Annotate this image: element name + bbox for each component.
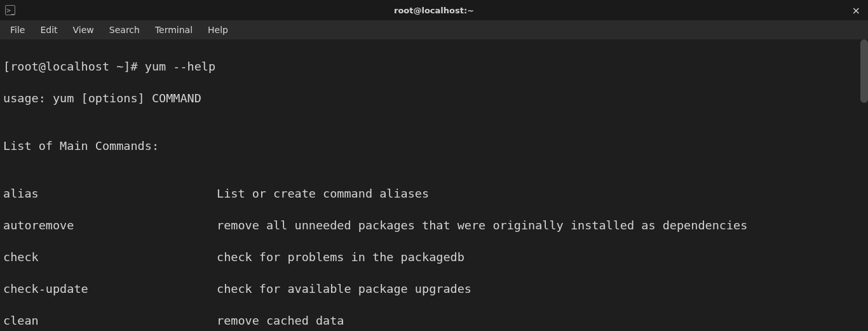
- command-name: check: [3, 249, 217, 265]
- command-row: check-updatecheck for available package …: [3, 281, 865, 297]
- command-name: autoremove: [3, 217, 217, 233]
- command-name: check-update: [3, 281, 217, 297]
- command-desc: remove all unneeded packages that were o…: [217, 217, 747, 233]
- command-desc: List or create command aliases: [217, 186, 429, 201]
- command-row: cleanremove cached data: [3, 313, 865, 328]
- shell-prompt: [root@localhost ~]#: [3, 58, 145, 74]
- command-desc: check for available package upgrades: [217, 281, 471, 297]
- command-desc: remove cached data: [217, 313, 344, 328]
- menu-bar: File Edit View Search Terminal Help: [0, 20, 868, 39]
- menu-help[interactable]: Help: [200, 22, 236, 37]
- terminal-icon: >_: [5, 5, 15, 15]
- shell-command: yum --help: [145, 58, 215, 74]
- command-row: checkcheck for problems in the packagedb: [3, 249, 865, 265]
- close-button[interactable]: ×: [850, 4, 863, 17]
- window-titlebar: >_ root@localhost:~ ×: [0, 0, 868, 20]
- command-row: autoremoveremove all unneeded packages t…: [3, 217, 865, 233]
- menu-view[interactable]: View: [65, 22, 102, 37]
- usage-line: usage: yum [options] COMMAND: [3, 90, 865, 106]
- command-name: clean: [3, 313, 217, 328]
- command-desc: check for problems in the packagedb: [217, 249, 465, 265]
- section-header: List of Main Commands:: [3, 138, 865, 154]
- menu-search[interactable]: Search: [102, 22, 147, 37]
- command-name: alias: [3, 186, 217, 201]
- window-title: root@localhost:~: [394, 6, 474, 15]
- command-row: aliasList or create command aliases: [3, 186, 865, 201]
- menu-terminal[interactable]: Terminal: [147, 22, 200, 37]
- scrollbar[interactable]: [860, 39, 868, 103]
- menu-file[interactable]: File: [3, 22, 32, 37]
- menu-edit[interactable]: Edit: [32, 22, 65, 37]
- terminal-output[interactable]: [root@localhost ~]# yum --help usage: yu…: [0, 39, 868, 331]
